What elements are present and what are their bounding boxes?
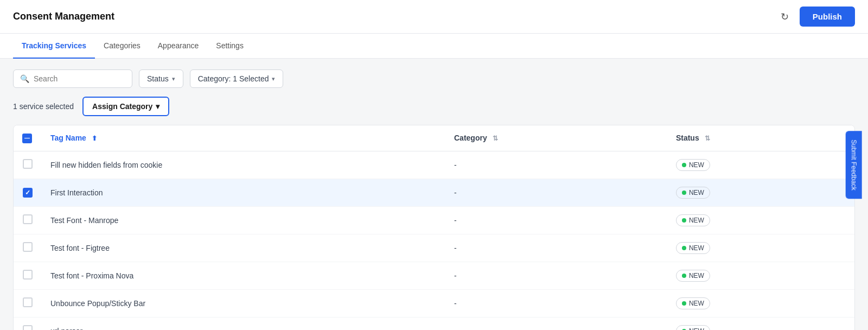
search-icon: 🔍 (20, 74, 29, 83)
row-checkbox[interactable] (23, 270, 33, 280)
row-tag-name: Test font - Figtree (42, 234, 445, 262)
status-badge: NEW (676, 270, 710, 282)
publish-button[interactable]: Publish (800, 7, 855, 27)
table-row: Test font - Proxima Nova-NEW (14, 262, 854, 289)
status-badge: NEW (676, 297, 710, 309)
status-label: NEW (689, 327, 704, 331)
row-checkbox[interactable] (23, 242, 33, 252)
row-checkbox-cell (14, 234, 42, 262)
services-table: Tag Name ⬆ Category ⇅ Status ⇅ Fill new … (13, 125, 855, 330)
category-filter-label: Category: 1 Selected (198, 74, 269, 83)
row-tag-name: Test font - Proxima Nova (42, 262, 445, 289)
header-checkbox-cell (14, 125, 42, 151)
tab-tracking-services[interactable]: Tracking Services (13, 34, 95, 59)
row-status: NEW (667, 262, 854, 289)
table-row: Test Font - Manrope-NEW (14, 206, 854, 234)
sort-icon-category[interactable]: ⇅ (493, 135, 498, 142)
row-checkbox-cell (14, 289, 42, 317)
table-row: First Interaction-NEW (14, 179, 854, 206)
row-category: - (445, 234, 667, 262)
tab-categories[interactable]: Categories (95, 34, 149, 59)
row-tag-name: Fill new hidden fields from cookie (42, 151, 445, 179)
tabs-bar: Tracking Services Categories Appearance … (0, 34, 868, 59)
status-dot (682, 191, 686, 195)
status-badge: NEW (676, 242, 710, 254)
row-checkbox[interactable] (23, 325, 33, 330)
row-category: - (445, 262, 667, 289)
status-dot (682, 274, 686, 278)
table-row: Unbounce Popup/Sticky Bar-NEW (14, 289, 854, 317)
table-header-row: Tag Name ⬆ Category ⇅ Status ⇅ (14, 125, 854, 151)
chevron-down-icon: ▾ (172, 75, 175, 82)
row-status: NEW (667, 234, 854, 262)
status-label: NEW (689, 272, 704, 280)
status-badge: NEW (676, 159, 710, 171)
status-dot (682, 301, 686, 306)
header-actions: ↻ Publish (776, 7, 855, 27)
status-label: NEW (689, 300, 704, 307)
row-checkbox-cell (14, 179, 42, 206)
table-row: Fill new hidden fields from cookie-NEW (14, 151, 854, 179)
category-filter-button[interactable]: Category: 1 Selected ▾ (190, 69, 284, 88)
row-checkbox-cell (14, 151, 42, 179)
row-checkbox[interactable] (23, 188, 33, 198)
row-category: - (445, 206, 667, 234)
refresh-button[interactable]: ↻ (776, 9, 793, 25)
row-status: NEW (667, 289, 854, 317)
row-tag-name: Test Font - Manrope (42, 206, 445, 234)
tab-appearance[interactable]: Appearance (149, 34, 208, 59)
status-dot (682, 218, 686, 223)
status-badge: NEW (676, 187, 710, 199)
row-status: NEW (667, 179, 854, 206)
table-row: url parser-NEW (14, 317, 854, 330)
status-dot (682, 246, 686, 250)
row-status: NEW (667, 206, 854, 234)
search-input[interactable] (34, 74, 125, 83)
search-box: 🔍 (13, 69, 132, 88)
header: Consent Management ↻ Publish (0, 0, 868, 34)
row-tag-name: Unbounce Popup/Sticky Bar (42, 289, 445, 317)
table-row: Test font - Figtree-NEW (14, 234, 854, 262)
chevron-down-icon: ▾ (156, 102, 159, 111)
row-checkbox[interactable] (23, 159, 33, 169)
row-category: - (445, 179, 667, 206)
row-checkbox-cell (14, 206, 42, 234)
page-title: Consent Management (13, 11, 114, 22)
selection-bar: 1 service selected Assign Category ▾ (13, 97, 855, 116)
row-status: NEW (667, 151, 854, 179)
filters-bar: 🔍 Status ▾ Category: 1 Selected ▾ (13, 69, 855, 88)
sort-icon-tag-name[interactable]: ⬆ (92, 135, 97, 142)
submit-feedback-tab[interactable]: Submit Feedback (845, 131, 861, 199)
row-checkbox[interactable] (23, 214, 33, 224)
assign-category-button[interactable]: Assign Category ▾ (82, 97, 169, 116)
col-header-category: Category ⇅ (445, 125, 667, 151)
row-category: - (445, 151, 667, 179)
row-checkbox-cell (14, 262, 42, 289)
main-content: 🔍 Status ▾ Category: 1 Selected ▾ 1 serv… (0, 59, 868, 330)
row-tag-name: First Interaction (42, 179, 445, 206)
status-label: NEW (689, 244, 704, 252)
sort-icon-status[interactable]: ⇅ (705, 135, 710, 142)
col-header-status: Status ⇅ (667, 125, 854, 151)
selection-count-text: 1 service selected (13, 102, 74, 111)
assign-category-label: Assign Category (92, 102, 152, 111)
status-badge: NEW (676, 325, 710, 331)
status-filter-button[interactable]: Status ▾ (139, 69, 183, 88)
status-label: NEW (689, 161, 704, 169)
status-filter-label: Status (147, 74, 169, 83)
status-label: NEW (689, 189, 704, 196)
status-label: NEW (689, 217, 704, 224)
tab-settings[interactable]: Settings (207, 34, 252, 59)
status-dot (682, 163, 686, 167)
chevron-down-icon: ▾ (272, 75, 275, 82)
row-status: NEW (667, 317, 854, 330)
row-category: - (445, 289, 667, 317)
row-tag-name: url parser (42, 317, 445, 330)
col-header-tag-name: Tag Name ⬆ (42, 125, 445, 151)
status-badge: NEW (676, 214, 710, 226)
select-all-checkbox[interactable] (22, 134, 32, 143)
row-checkbox[interactable] (23, 297, 33, 307)
row-checkbox-cell (14, 317, 42, 330)
row-category: - (445, 317, 667, 330)
